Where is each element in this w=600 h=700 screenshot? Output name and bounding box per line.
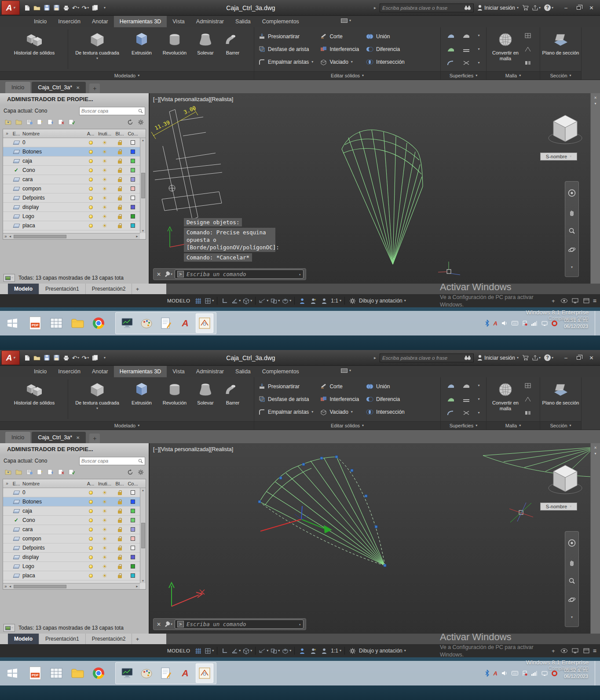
3d-object-snap-toggle[interactable]: ▾ bbox=[282, 296, 291, 306]
layer-on-icon[interactable] bbox=[89, 141, 93, 145]
layer-color-swatch[interactable] bbox=[131, 527, 135, 532]
save-button[interactable] bbox=[43, 353, 51, 363]
layer-lock-icon[interactable] bbox=[118, 492, 122, 495]
network-signal-icon[interactable] bbox=[531, 671, 538, 676]
layer-row[interactable]: placa☀ bbox=[3, 571, 146, 580]
layer-color-swatch[interactable] bbox=[131, 196, 135, 200]
palette-dock-strip[interactable]: ✕▾ bbox=[590, 443, 600, 634]
dwg-window-button[interactable] bbox=[196, 314, 213, 333]
layer-row-selected[interactable]: Botones☀ bbox=[3, 147, 146, 157]
presspull-button[interactable]: Presionartirar bbox=[259, 33, 313, 40]
restore-button[interactable] bbox=[572, 3, 585, 12]
refresh-icon[interactable] bbox=[126, 118, 134, 126]
interference-button[interactable]: Interferencia bbox=[320, 396, 359, 402]
layer-list-header[interactable]: » E... Nombre A... Inuti... Bl... Co... bbox=[3, 479, 146, 488]
surface-offset-button[interactable] bbox=[462, 396, 470, 402]
close-tab-icon[interactable]: ✕ bbox=[76, 85, 80, 90]
tab-inicio[interactable]: Inicio bbox=[28, 16, 52, 27]
layer-freeze-icon[interactable]: ☀ bbox=[102, 140, 107, 146]
tab-administrar[interactable]: Administrar bbox=[190, 16, 230, 27]
autocad-app-button[interactable]: A bbox=[176, 314, 194, 333]
orbit-icon[interactable] bbox=[568, 246, 576, 254]
panel-seccion-footer[interactable]: Sección▾ bbox=[540, 71, 581, 80]
scroll-down-icon[interactable]: ▼ bbox=[142, 580, 144, 582]
scroll-right-icon[interactable]: ► bbox=[135, 585, 139, 588]
layer-freeze-icon[interactable]: ☀ bbox=[102, 518, 107, 523]
layer-row-selected[interactable]: Botones☀ bbox=[3, 497, 146, 507]
layer-row[interactable]: display☀ bbox=[3, 203, 146, 212]
layer-list-vertical-scrollbar[interactable]: ▲▼ bbox=[140, 138, 146, 233]
tab-presentacion1[interactable]: Presentación1 bbox=[39, 634, 86, 644]
redo-button[interactable]: ↷▾ bbox=[81, 3, 89, 13]
new-layer-frozen-button[interactable] bbox=[47, 118, 54, 126]
recent-commands-icon[interactable]: ▴ bbox=[299, 273, 301, 276]
tab-inicio[interactable]: Inicio bbox=[28, 366, 52, 377]
palette-properties-button[interactable]: ▾ bbox=[4, 624, 15, 632]
spreadsheet-app-button[interactable] bbox=[47, 663, 66, 684]
command-input[interactable]: > Escriba un comando ▴ bbox=[175, 620, 304, 629]
layer-freeze-icon[interactable]: ☀ bbox=[102, 204, 107, 210]
section-plane-button[interactable]: Plano de sección bbox=[541, 27, 580, 71]
refresh-icon[interactable] bbox=[126, 468, 134, 476]
tab-administrar[interactable]: Administrar bbox=[190, 366, 230, 377]
help-search-input[interactable]: Escriba palabra clave o frase bbox=[380, 4, 474, 12]
clean-screen-icon[interactable] bbox=[582, 296, 591, 306]
notepad-app-button[interactable] bbox=[157, 664, 175, 683]
pdf-app-button[interactable]: PDF bbox=[26, 313, 45, 334]
new-layer-frozen-button[interactable] bbox=[47, 468, 54, 476]
layer-color-swatch[interactable] bbox=[131, 177, 135, 182]
opera-icon[interactable] bbox=[552, 671, 557, 676]
layer-on-icon[interactable] bbox=[89, 196, 93, 200]
layer-color-swatch[interactable] bbox=[131, 159, 135, 163]
revolve-button[interactable]: Revolución bbox=[158, 27, 191, 71]
file-tab-drawing[interactable]: Caja_Ctrl_3a*✕ bbox=[32, 432, 86, 443]
set-current-layer-button[interactable] bbox=[68, 118, 75, 126]
layer-on-icon[interactable] bbox=[89, 178, 93, 182]
panel-modelado-footer[interactable]: Modelado▾ bbox=[0, 71, 254, 80]
scrollbar-thumb[interactable] bbox=[14, 235, 66, 238]
layer-on-icon[interactable] bbox=[89, 491, 93, 495]
layer-color-swatch[interactable] bbox=[131, 214, 135, 219]
fillet-edge-button[interactable]: Empalmar aristas▾ bbox=[259, 409, 313, 416]
plot-button[interactable] bbox=[62, 353, 70, 363]
action-center-flag-icon[interactable] bbox=[522, 671, 527, 676]
surface-trim-button[interactable] bbox=[462, 410, 470, 416]
layer-on-icon[interactable] bbox=[89, 509, 93, 513]
hardware-acceleration-icon[interactable] bbox=[571, 646, 580, 656]
tab-vista[interactable]: Vista bbox=[167, 366, 190, 377]
layer-freeze-icon[interactable]: ☀ bbox=[102, 554, 107, 560]
object-snap-tracking-toggle[interactable]: ▾ bbox=[259, 646, 268, 656]
batch-plot-button[interactable] bbox=[91, 353, 99, 363]
layer-lock-icon[interactable] bbox=[118, 151, 122, 154]
delete-layer-button[interactable] bbox=[57, 118, 65, 126]
layer-list-header[interactable]: » E... Nombre A... Inuti... Bl... Co... bbox=[3, 129, 146, 138]
workspace-gear-icon[interactable] bbox=[348, 296, 357, 306]
scrollbar-thumb[interactable] bbox=[141, 173, 145, 198]
surface-network-button[interactable] bbox=[447, 383, 455, 389]
infocenter-collapse-icon[interactable]: ▸ bbox=[374, 355, 376, 360]
chrome-button[interactable] bbox=[89, 663, 108, 684]
surface-fillet-button[interactable] bbox=[447, 410, 455, 416]
grid-toggle[interactable] bbox=[194, 296, 202, 306]
steering-wheel-icon[interactable] bbox=[568, 539, 576, 547]
slice-button[interactable]: Corte bbox=[320, 33, 359, 40]
intersect-button[interactable]: Intersección bbox=[366, 59, 405, 65]
volume-icon[interactable] bbox=[501, 321, 508, 326]
tab-presentacion2[interactable]: Presentación2 bbox=[86, 284, 132, 294]
layer-on-icon[interactable] bbox=[89, 537, 93, 541]
layer-on-icon[interactable] bbox=[89, 187, 93, 191]
layer-freeze-icon[interactable]: ☀ bbox=[102, 545, 107, 551]
revolve-button[interactable]: Revolución bbox=[158, 377, 191, 421]
infocenter-collapse-icon[interactable]: ▸ bbox=[374, 5, 376, 10]
ucs-name-dropdown[interactable]: S-nombre▾ bbox=[540, 503, 577, 510]
layer-row[interactable]: 0☀ bbox=[3, 138, 146, 147]
ortho-toggle[interactable] bbox=[220, 646, 229, 656]
layer-color-swatch[interactable] bbox=[131, 149, 135, 154]
layer-lock-icon[interactable] bbox=[118, 225, 122, 228]
drawing-viewport[interactable]: 11.39 3.00 bbox=[150, 443, 600, 634]
layer-row[interactable]: compon☀ bbox=[3, 184, 146, 193]
autoscale-icon[interactable] bbox=[309, 646, 318, 656]
intersect-button[interactable]: Intersección bbox=[366, 409, 405, 415]
layer-on-icon[interactable] bbox=[89, 555, 93, 559]
mesh-split-button[interactable] bbox=[524, 410, 531, 416]
